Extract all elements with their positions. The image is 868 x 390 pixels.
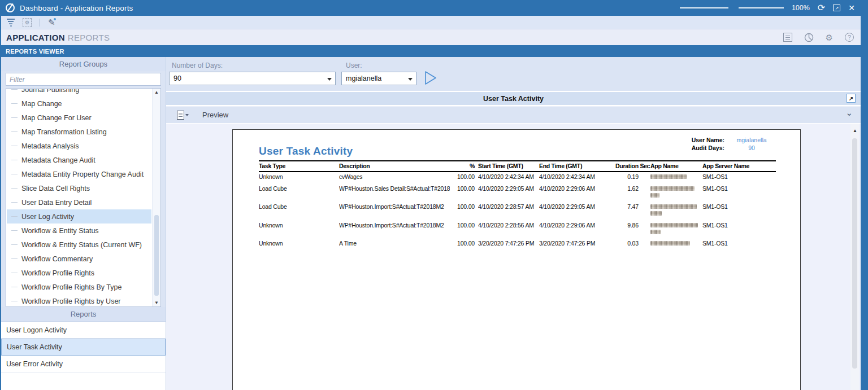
days-dropdown[interactable]: 90: [169, 72, 336, 85]
reports-header: Reports: [1, 307, 166, 321]
preview-scrollbar[interactable]: ▲: [850, 124, 859, 390]
reports-list: User Logon Activity User Task Activity U…: [1, 321, 166, 390]
redacted-app-name: [650, 221, 702, 239]
panel-title: User Task Activity: [483, 95, 544, 103]
report-group-item[interactable]: Map Transformation Listing: [7, 125, 151, 139]
panel-title-bar: User Task Activity ↗: [166, 92, 861, 105]
scroll-up-icon[interactable]: ▲: [154, 90, 159, 95]
redacted-app-name: [650, 172, 702, 184]
chevron-down-icon: [185, 114, 189, 116]
user-label: User:: [346, 62, 362, 69]
report-groups-header: Report Groups: [1, 57, 166, 71]
preview-toolbar: Preview ⌄: [166, 106, 861, 123]
scrollbar-thumb[interactable]: [154, 215, 159, 296]
report-item-selected[interactable]: User Task Activity: [1, 339, 166, 356]
report-group-item-selected[interactable]: User Log Activity: [7, 209, 151, 224]
report-item[interactable]: User Error Activity: [1, 356, 166, 373]
main-panel: Number of Days: User: 90 mgialanella U: [166, 57, 861, 390]
zoom-slider-track-left[interactable]: [680, 7, 728, 8]
report-group-item[interactable]: Map Change: [7, 97, 151, 111]
report-group-item[interactable]: Journal Publishing: [7, 89, 151, 97]
report-group-item[interactable]: Workflow Profile Rights: [7, 266, 151, 280]
table-header-row: Task Type Description % Start Time (GMT)…: [259, 161, 776, 172]
settings-gear-icon[interactable]: ⚙: [826, 33, 833, 42]
reports-viewer-bar: REPORTS VIEWER: [1, 45, 861, 57]
log-viewer-icon[interactable]: [783, 33, 792, 42]
table-row: Unknown A Time 100.00 3/20/2020 7:47:26 …: [259, 239, 776, 255]
report-group-item[interactable]: Workflow Commentary: [7, 252, 151, 266]
refresh-icon[interactable]: ⟳: [818, 3, 825, 12]
table-row: Unknown cvWages 100.00 4/10/2020 2:42:34…: [259, 172, 776, 184]
sidebar: Report Groups Journal Publishing Map Cha…: [1, 57, 166, 390]
close-icon[interactable]: ✕: [848, 4, 855, 12]
report-meta: User Name: mgialanella Audit Days: 90: [692, 137, 779, 151]
report-group-item[interactable]: Metadata Analysis: [7, 139, 151, 153]
audit-days-value: 90: [724, 144, 779, 151]
zoom-slider-track-right[interactable]: [739, 7, 784, 8]
reports-viewer-label: REPORTS VIEWER: [6, 48, 64, 55]
user-dropdown[interactable]: mgialanella: [341, 72, 416, 85]
scrollbar-thumb[interactable]: [852, 138, 857, 369]
collapse-chevron-icon[interactable]: ⌄: [845, 108, 853, 118]
redacted-app-name: [650, 202, 702, 221]
toolbar-separator: [40, 19, 40, 27]
preview-label: Preview: [202, 111, 228, 119]
report-item[interactable]: User Logon Activity: [1, 322, 166, 339]
days-label: Number of Days:: [172, 62, 223, 69]
title-bar: Dashboard - Application Reports 100% ⟳ ↗…: [1, 0, 861, 16]
report-group-item[interactable]: Workflow & Entity Status: [7, 224, 151, 238]
report-group-item[interactable]: Workflow Profile Rights By Type: [7, 280, 151, 294]
scroll-up-icon[interactable]: ▲: [853, 128, 857, 133]
report-group-item[interactable]: Metadata Entity Property Change Audit: [7, 167, 151, 181]
window-title: Dashboard - Application Reports: [20, 4, 133, 12]
pie-chart-icon[interactable]: [804, 33, 814, 42]
report-table: Task Type Description % Start Time (GMT)…: [259, 160, 776, 255]
help-icon[interactable]: ?: [845, 33, 854, 42]
report-preview-area: User Name: mgialanella Audit Days: 90 Us…: [166, 124, 861, 390]
report-groups-tree: Journal Publishing Map Change Map Change…: [6, 88, 161, 307]
redacted-app-name: [650, 239, 702, 255]
app-title-secondary: REPORTS: [68, 33, 110, 42]
zoom-level-label: 100%: [792, 4, 810, 12]
report-group-item[interactable]: Metadata Change Audit: [7, 153, 151, 167]
scroll-down-icon[interactable]: ▼: [154, 300, 159, 305]
report-group-item[interactable]: Slice Data Cell Rights: [7, 181, 151, 195]
report-group-item[interactable]: Workflow & Entity Status (Current WF): [7, 238, 151, 252]
report-page: User Name: mgialanella Audit Days: 90 Us…: [232, 129, 801, 390]
audit-days-label: Audit Days:: [692, 144, 724, 151]
dashboard-components-icon[interactable]: ⚙: [23, 18, 32, 27]
app-title-primary: APPLICATION: [6, 33, 65, 42]
filter-icon[interactable]: [7, 19, 15, 27]
chevron-down-icon: [408, 78, 413, 81]
application-window: Dashboard - Application Reports 100% ⟳ ↗…: [0, 0, 868, 390]
play-triangle-icon: [424, 71, 437, 85]
report-parameters: Number of Days: User: 90 mgialanella: [166, 57, 861, 91]
export-document-icon[interactable]: [177, 111, 184, 120]
report-group-item[interactable]: Map Change For User: [7, 111, 151, 125]
tree-scrollbar[interactable]: ▲ ▼: [152, 89, 160, 306]
app-header: APPLICATION REPORTS ⚙ ?: [1, 29, 861, 45]
user-name-value: mgialanella: [724, 137, 779, 143]
edit-pencil-icon[interactable]: ✎: [48, 18, 55, 27]
chevron-down-icon: [327, 78, 332, 81]
popout-window-icon[interactable]: ↗: [833, 5, 840, 11]
report-group-item[interactable]: Workflow Profile Rights by User: [7, 294, 151, 306]
run-report-button[interactable]: [424, 71, 437, 87]
expand-panel-icon[interactable]: ↗: [847, 94, 856, 103]
redacted-app-name: [650, 184, 702, 202]
report-group-item[interactable]: User Data Entry Detail: [7, 195, 151, 209]
filter-input[interactable]: [6, 73, 161, 86]
dashboard-toolbar: ⚙ ✎: [1, 16, 861, 29]
table-row: Unknown WP#Houston.Import:S#Actual:T#201…: [259, 221, 776, 239]
table-row: Load Cube WP#Houston.Sales Detail:S#Actu…: [259, 184, 776, 202]
user-name-label: User Name:: [692, 137, 724, 143]
table-row: Load Cube WP#Houston.Import:S#Actual:T#2…: [259, 202, 776, 221]
onestream-logo-icon: [6, 3, 15, 12]
